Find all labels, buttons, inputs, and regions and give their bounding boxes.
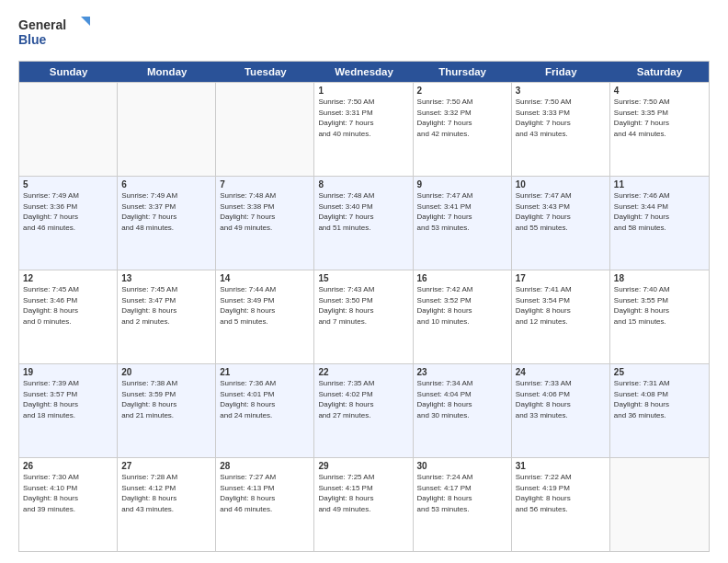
cell-content: Sunrise: 7:40 AM Sunset: 3:55 PM Dayligh… — [614, 284, 705, 327]
cal-cell-w2-d6: 18Sunrise: 7:40 AM Sunset: 3:55 PM Dayli… — [610, 270, 709, 363]
header: General Blue — [18, 15, 710, 52]
day-number: 19 — [23, 367, 113, 377]
cal-cell-w0-d3: 1Sunrise: 7:50 AM Sunset: 3:31 PM Daylig… — [314, 83, 413, 176]
cell-content: Sunrise: 7:49 AM Sunset: 3:36 PM Dayligh… — [23, 190, 113, 233]
day-number: 9 — [417, 179, 507, 190]
calendar-header: SundayMondayTuesdayWednesdayThursdayFrid… — [19, 62, 709, 82]
cal-cell-w1-d3: 8Sunrise: 7:48 AM Sunset: 3:40 PM Daylig… — [314, 177, 413, 270]
day-number: 30 — [417, 461, 507, 471]
cal-cell-w1-d0: 5Sunrise: 7:49 AM Sunset: 3:36 PM Daylig… — [19, 177, 118, 270]
week-row-1: 5Sunrise: 7:49 AM Sunset: 3:36 PM Daylig… — [19, 176, 709, 270]
cell-content: Sunrise: 7:31 AM Sunset: 4:08 PM Dayligh… — [614, 378, 705, 420]
cal-cell-w2-d0: 12Sunrise: 7:45 AM Sunset: 3:46 PM Dayli… — [19, 270, 118, 363]
day-number: 13 — [121, 273, 211, 283]
cell-content: Sunrise: 7:50 AM Sunset: 3:32 PM Dayligh… — [417, 97, 507, 139]
day-number: 3 — [516, 86, 606, 96]
day-number: 5 — [23, 179, 113, 190]
cell-content: Sunrise: 7:47 AM Sunset: 3:43 PM Dayligh… — [516, 190, 606, 233]
cal-cell-w4-d0: 26Sunrise: 7:30 AM Sunset: 4:10 PM Dayli… — [19, 458, 118, 551]
cal-cell-w4-d6 — [610, 458, 709, 551]
cell-content: Sunrise: 7:50 AM Sunset: 3:33 PM Dayligh… — [516, 97, 606, 139]
cell-content: Sunrise: 7:27 AM Sunset: 4:13 PM Dayligh… — [220, 472, 310, 514]
cal-cell-w0-d1 — [118, 83, 216, 176]
svg-marker-2 — [81, 17, 90, 26]
cal-cell-w0-d5: 3Sunrise: 7:50 AM Sunset: 3:33 PM Daylig… — [512, 83, 610, 176]
cal-cell-w2-d3: 15Sunrise: 7:43 AM Sunset: 3:50 PM Dayli… — [314, 270, 413, 363]
day-number: 1 — [318, 86, 408, 96]
cell-content: Sunrise: 7:45 AM Sunset: 3:46 PM Dayligh… — [23, 284, 113, 327]
cal-cell-w0-d4: 2Sunrise: 7:50 AM Sunset: 3:32 PM Daylig… — [414, 83, 512, 176]
week-row-3: 19Sunrise: 7:39 AM Sunset: 3:57 PM Dayli… — [19, 363, 709, 457]
cal-cell-w2-d4: 16Sunrise: 7:42 AM Sunset: 3:52 PM Dayli… — [414, 270, 512, 363]
day-number: 29 — [318, 461, 408, 471]
week-row-4: 26Sunrise: 7:30 AM Sunset: 4:10 PM Dayli… — [19, 457, 709, 551]
header-day-2: Tuesday — [216, 62, 314, 82]
day-number: 31 — [516, 461, 606, 471]
header-day-1: Monday — [118, 62, 216, 82]
header-day-6: Saturday — [610, 62, 709, 82]
day-number: 8 — [318, 179, 408, 190]
cal-cell-w2-d5: 17Sunrise: 7:41 AM Sunset: 3:54 PM Dayli… — [512, 270, 610, 363]
cal-cell-w1-d5: 10Sunrise: 7:47 AM Sunset: 3:43 PM Dayli… — [512, 177, 610, 270]
cell-content: Sunrise: 7:35 AM Sunset: 4:02 PM Dayligh… — [318, 378, 408, 420]
cal-cell-w0-d6: 4Sunrise: 7:50 AM Sunset: 3:35 PM Daylig… — [610, 83, 709, 176]
day-number: 22 — [318, 367, 408, 377]
cal-cell-w4-d3: 29Sunrise: 7:25 AM Sunset: 4:15 PM Dayli… — [314, 458, 413, 551]
day-number: 27 — [121, 461, 211, 471]
svg-text:Blue: Blue — [18, 32, 47, 47]
header-day-4: Thursday — [414, 62, 512, 82]
day-number: 6 — [121, 179, 211, 190]
cal-cell-w1-d1: 6Sunrise: 7:49 AM Sunset: 3:37 PM Daylig… — [118, 177, 216, 270]
cal-cell-w2-d2: 14Sunrise: 7:44 AM Sunset: 3:49 PM Dayli… — [216, 270, 314, 363]
cal-cell-w1-d6: 11Sunrise: 7:46 AM Sunset: 3:44 PM Dayli… — [610, 177, 709, 270]
cell-content: Sunrise: 7:41 AM Sunset: 3:54 PM Dayligh… — [516, 284, 606, 327]
cell-content: Sunrise: 7:43 AM Sunset: 3:50 PM Dayligh… — [318, 284, 408, 327]
cell-content: Sunrise: 7:22 AM Sunset: 4:19 PM Dayligh… — [516, 472, 606, 514]
day-number: 28 — [220, 461, 310, 471]
cell-content: Sunrise: 7:50 AM Sunset: 3:35 PM Dayligh… — [614, 97, 705, 139]
cal-cell-w4-d5: 31Sunrise: 7:22 AM Sunset: 4:19 PM Dayli… — [512, 458, 610, 551]
day-number: 21 — [220, 367, 310, 377]
cal-cell-w1-d4: 9Sunrise: 7:47 AM Sunset: 3:41 PM Daylig… — [414, 177, 512, 270]
header-day-0: Sunday — [19, 62, 118, 82]
cell-content: Sunrise: 7:25 AM Sunset: 4:15 PM Dayligh… — [318, 472, 408, 514]
day-number: 25 — [614, 367, 705, 377]
cell-content: Sunrise: 7:28 AM Sunset: 4:12 PM Dayligh… — [121, 472, 211, 514]
cal-cell-w3-d2: 21Sunrise: 7:36 AM Sunset: 4:01 PM Dayli… — [216, 364, 314, 457]
cal-cell-w2-d1: 13Sunrise: 7:45 AM Sunset: 3:47 PM Dayli… — [118, 270, 216, 363]
cell-content: Sunrise: 7:33 AM Sunset: 4:06 PM Dayligh… — [516, 378, 606, 420]
week-row-2: 12Sunrise: 7:45 AM Sunset: 3:46 PM Dayli… — [19, 270, 709, 363]
cell-content: Sunrise: 7:48 AM Sunset: 3:40 PM Dayligh… — [318, 190, 408, 233]
cell-content: Sunrise: 7:48 AM Sunset: 3:38 PM Dayligh… — [220, 190, 310, 233]
week-row-0: 1Sunrise: 7:50 AM Sunset: 3:31 PM Daylig… — [19, 82, 709, 176]
day-number: 23 — [417, 367, 507, 377]
day-number: 15 — [318, 273, 408, 283]
cal-cell-w3-d3: 22Sunrise: 7:35 AM Sunset: 4:02 PM Dayli… — [314, 364, 413, 457]
cal-cell-w3-d5: 24Sunrise: 7:33 AM Sunset: 4:06 PM Dayli… — [512, 364, 610, 457]
cal-cell-w0-d2 — [216, 83, 314, 176]
cell-content: Sunrise: 7:44 AM Sunset: 3:49 PM Dayligh… — [220, 284, 310, 327]
cell-content: Sunrise: 7:45 AM Sunset: 3:47 PM Dayligh… — [121, 284, 211, 327]
cal-cell-w3-d6: 25Sunrise: 7:31 AM Sunset: 4:08 PM Dayli… — [610, 364, 709, 457]
day-number: 2 — [417, 86, 507, 96]
day-number: 17 — [516, 273, 606, 283]
header-day-3: Wednesday — [314, 62, 413, 82]
day-number: 26 — [23, 461, 113, 471]
calendar-body: 1Sunrise: 7:50 AM Sunset: 3:31 PM Daylig… — [19, 82, 709, 551]
cell-content: Sunrise: 7:34 AM Sunset: 4:04 PM Dayligh… — [417, 378, 507, 420]
cal-cell-w1-d2: 7Sunrise: 7:48 AM Sunset: 3:38 PM Daylig… — [216, 177, 314, 270]
cell-content: Sunrise: 7:24 AM Sunset: 4:17 PM Dayligh… — [417, 472, 507, 514]
cell-content: Sunrise: 7:38 AM Sunset: 3:59 PM Dayligh… — [121, 378, 211, 420]
cal-cell-w3-d1: 20Sunrise: 7:38 AM Sunset: 3:59 PM Dayli… — [118, 364, 216, 457]
day-number: 16 — [417, 273, 507, 283]
day-number: 10 — [516, 179, 606, 190]
cell-content: Sunrise: 7:46 AM Sunset: 3:44 PM Dayligh… — [614, 190, 705, 233]
day-number: 4 — [614, 86, 705, 96]
cell-content: Sunrise: 7:36 AM Sunset: 4:01 PM Dayligh… — [220, 378, 310, 420]
day-number: 18 — [614, 273, 705, 283]
logo-svg: General Blue — [18, 15, 92, 52]
day-number: 14 — [220, 273, 310, 283]
cal-cell-w3-d0: 19Sunrise: 7:39 AM Sunset: 3:57 PM Dayli… — [19, 364, 118, 457]
cell-content: Sunrise: 7:30 AM Sunset: 4:10 PM Dayligh… — [23, 472, 113, 514]
svg-text:General: General — [18, 17, 66, 32]
